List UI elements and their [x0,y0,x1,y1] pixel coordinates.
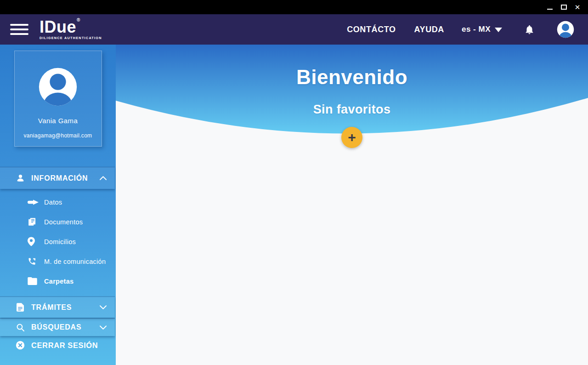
plus-icon: + [348,131,356,144]
contact-link[interactable]: CONTÁCTO [347,25,396,34]
sidebar-item-label: Domicilios [44,238,76,245]
location-pin-icon [28,237,40,246]
chevron-down-icon [100,325,107,330]
sidebar-section-label: BÚSQUEDAS [31,323,81,331]
logout-label: CERRAR SESIÓN [31,341,98,350]
add-favorite-button[interactable]: + [341,127,362,148]
sidebar-item-domicilios[interactable]: Domicilios [0,232,116,251]
app-logo: IDue ® DILIGENCE AUTHENTICATION [40,19,102,40]
sidebar-nav: INFORMACIÓN Datos Documentos [0,167,116,350]
sidebar-section-label: INFORMACIÓN [31,174,88,182]
favorites-status-text: Sin favoritos [116,103,588,116]
sidebar-item-label: Carpetas [44,278,74,285]
document-icon [16,303,25,312]
informacion-sublist: Datos Documentos Domicilios [0,189,116,295]
os-titlebar: ✕ [0,0,588,14]
close-icon: ✕ [575,4,581,11]
logout-button[interactable]: CERRAR SESIÓN [0,336,116,350]
language-value: es - MX [462,25,491,34]
sidebar-section-label: TRÁMITES [31,303,72,312]
hamburger-menu-icon[interactable] [10,24,28,35]
documents-icon [28,217,40,227]
sidebar-section-tramites[interactable]: TRÁMITES [0,297,115,318]
profile-email: vaniagamag@hotmail.com [24,132,92,139]
page-title: Bienvenido [116,67,588,87]
logo-text: IDue [40,19,76,35]
profile-card: Vania Gama vaniagamag@hotmail.com [14,51,102,147]
logo-tagline: DILIGENCE AUTHENTICATION [40,36,102,40]
sidebar-item-documentos[interactable]: Documentos [0,212,116,232]
help-link[interactable]: AYUDA [414,25,444,34]
maximize-icon [561,5,567,10]
search-icon [16,323,25,332]
registered-mark: ® [77,18,80,23]
sidebar-item-carpetas[interactable]: Carpetas [0,271,116,291]
profile-name: Vania Gama [38,117,78,125]
chevron-down-icon [495,28,502,32]
language-selector[interactable]: es - MX [462,25,502,34]
main-content: Bienvenido Sin favoritos + [116,45,588,365]
sidebar-section-informacion[interactable]: INFORMACIÓN [0,167,115,189]
close-circle-icon [16,340,25,350]
sidebar-item-label: Documentos [44,218,83,226]
person-icon [16,174,25,182]
sidebar-item-datos[interactable]: Datos [0,192,116,212]
sidebar-item-label: M. de comunicación [44,258,106,265]
arrow-tag-icon [28,200,40,205]
folder-icon [28,277,40,285]
sidebar-item-comunicacion[interactable]: M. de comunicación [0,251,116,271]
close-button[interactable]: ✕ [571,0,584,14]
profile-avatar [39,68,77,106]
sidebar-section-busquedas[interactable]: BÚSQUEDAS [0,318,115,336]
sidebar-item-label: Datos [44,199,62,206]
maximize-button[interactable] [557,0,571,14]
phone-icon [28,257,40,266]
user-avatar[interactable] [557,21,574,38]
notification-bell-icon[interactable] [524,24,535,35]
sidebar: Vania Gama vaniagamag@hotmail.com INFORM… [0,45,116,365]
app-header: IDue ® DILIGENCE AUTHENTICATION CONTÁCTO… [0,14,588,45]
chevron-down-icon [100,305,107,309]
minimize-icon [547,9,553,10]
minimize-button[interactable] [543,0,557,14]
chevron-up-icon [100,176,107,180]
